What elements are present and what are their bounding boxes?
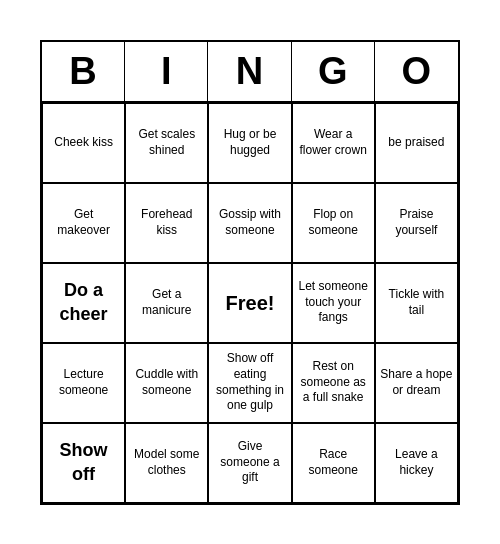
bingo-header: BINGO	[42, 42, 458, 103]
bingo-cell-1[interactable]: Get scales shined	[125, 103, 208, 183]
bingo-cell-23[interactable]: Race someone	[292, 423, 375, 503]
bingo-cell-6[interactable]: Forehead kiss	[125, 183, 208, 263]
bingo-cell-19[interactable]: Share a hope or dream	[375, 343, 458, 423]
bingo-cell-0[interactable]: Cheek kiss	[42, 103, 125, 183]
bingo-cell-10[interactable]: Do a cheer	[42, 263, 125, 343]
bingo-grid: Cheek kissGet scales shinedHug or be hug…	[42, 103, 458, 503]
bingo-cell-3[interactable]: Wear a flower crown	[292, 103, 375, 183]
header-letter-b: B	[42, 42, 125, 101]
bingo-cell-14[interactable]: Tickle with tail	[375, 263, 458, 343]
header-letter-n: N	[208, 42, 291, 101]
header-letter-g: G	[292, 42, 375, 101]
bingo-cell-5[interactable]: Get makeover	[42, 183, 125, 263]
bingo-cell-9[interactable]: Praise yourself	[375, 183, 458, 263]
bingo-cell-20[interactable]: Show off	[42, 423, 125, 503]
bingo-cell-8[interactable]: Flop on someone	[292, 183, 375, 263]
bingo-cell-2[interactable]: Hug or be hugged	[208, 103, 291, 183]
bingo-cell-16[interactable]: Cuddle with someone	[125, 343, 208, 423]
bingo-cell-17[interactable]: Show off eating something in one gulp	[208, 343, 291, 423]
bingo-cell-22[interactable]: Give someone a gift	[208, 423, 291, 503]
bingo-cell-11[interactable]: Get a manicure	[125, 263, 208, 343]
bingo-cell-24[interactable]: Leave a hickey	[375, 423, 458, 503]
bingo-cell-18[interactable]: Rest on someone as a full snake	[292, 343, 375, 423]
bingo-cell-4[interactable]: be praised	[375, 103, 458, 183]
header-letter-o: O	[375, 42, 458, 101]
bingo-cell-12[interactable]: Free!	[208, 263, 291, 343]
bingo-cell-13[interactable]: Let someone touch your fangs	[292, 263, 375, 343]
header-letter-i: I	[125, 42, 208, 101]
bingo-cell-7[interactable]: Gossip with someone	[208, 183, 291, 263]
bingo-cell-21[interactable]: Model some clothes	[125, 423, 208, 503]
bingo-card: BINGO Cheek kissGet scales shinedHug or …	[40, 40, 460, 505]
bingo-cell-15[interactable]: Lecture someone	[42, 343, 125, 423]
